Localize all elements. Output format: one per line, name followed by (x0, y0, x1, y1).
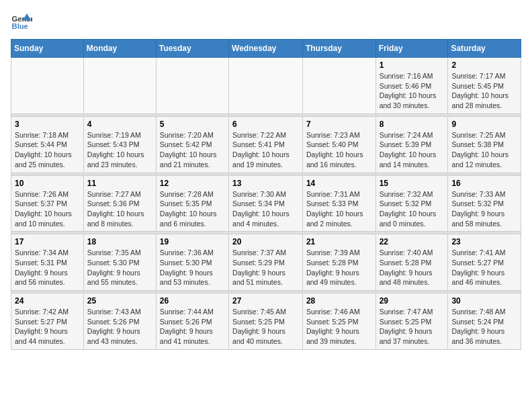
day-cell: 24Sunrise: 7:42 AM Sunset: 5:27 PM Dayli… (11, 293, 84, 350)
day-number: 24 (15, 296, 80, 306)
day-cell: 13Sunrise: 7:30 AM Sunset: 5:34 PM Dayli… (229, 175, 303, 232)
day-cell: 9Sunrise: 7:25 AM Sunset: 5:38 PM Daylig… (448, 116, 521, 173)
day-number: 29 (380, 296, 445, 306)
column-header-saturday: Saturday (448, 40, 521, 58)
day-info: Sunrise: 7:39 AM Sunset: 5:28 PM Dayligh… (306, 248, 372, 287)
day-number: 9 (451, 120, 517, 129)
day-info: Sunrise: 7:45 AM Sunset: 5:25 PM Dayligh… (232, 307, 299, 347)
day-cell: 6Sunrise: 7:22 AM Sunset: 5:41 PM Daylig… (229, 116, 303, 173)
day-number: 18 (87, 237, 152, 246)
day-info: Sunrise: 7:40 AM Sunset: 5:28 PM Dayligh… (380, 248, 445, 287)
week-row-2: 3Sunrise: 7:18 AM Sunset: 5:44 PM Daylig… (11, 116, 521, 173)
day-cell (229, 58, 303, 114)
day-cell: 20Sunrise: 7:37 AM Sunset: 5:29 PM Dayli… (229, 234, 303, 291)
day-info: Sunrise: 7:31 AM Sunset: 5:33 PM Dayligh… (306, 189, 372, 229)
day-info: Sunrise: 7:18 AM Sunset: 5:44 PM Dayligh… (15, 130, 80, 170)
day-info: Sunrise: 7:23 AM Sunset: 5:40 PM Dayligh… (306, 130, 372, 170)
day-info: Sunrise: 7:32 AM Sunset: 5:32 PM Dayligh… (380, 189, 445, 229)
day-cell: 18Sunrise: 7:35 AM Sunset: 5:30 PM Dayli… (83, 234, 156, 291)
day-number: 2 (451, 60, 517, 70)
day-cell (156, 58, 228, 114)
day-number: 27 (232, 296, 299, 306)
day-info: Sunrise: 7:47 AM Sunset: 5:25 PM Dayligh… (380, 307, 445, 347)
week-row-3: 10Sunrise: 7:26 AM Sunset: 5:37 PM Dayli… (11, 175, 521, 232)
day-cell (11, 58, 84, 114)
day-info: Sunrise: 7:25 AM Sunset: 5:38 PM Dayligh… (451, 130, 517, 170)
column-header-sunday: Sunday (11, 40, 84, 58)
week-row-5: 24Sunrise: 7:42 AM Sunset: 5:27 PM Dayli… (11, 293, 521, 350)
day-info: Sunrise: 7:19 AM Sunset: 5:43 PM Dayligh… (87, 130, 152, 170)
calendar-table: SundayMondayTuesdayWednesdayThursdayFrid… (11, 39, 521, 350)
day-cell: 19Sunrise: 7:36 AM Sunset: 5:30 PM Dayli… (156, 234, 228, 291)
day-cell (83, 58, 156, 114)
svg-text:Blue: Blue (12, 22, 28, 30)
column-header-monday: Monday (83, 40, 156, 58)
day-info: Sunrise: 7:27 AM Sunset: 5:36 PM Dayligh… (87, 189, 152, 229)
day-info: Sunrise: 7:35 AM Sunset: 5:30 PM Dayligh… (87, 248, 152, 287)
day-cell: 26Sunrise: 7:44 AM Sunset: 5:26 PM Dayli… (156, 293, 228, 350)
day-number: 14 (306, 179, 372, 188)
week-row-1: 1Sunrise: 7:16 AM Sunset: 5:46 PM Daylig… (11, 58, 521, 114)
day-cell: 17Sunrise: 7:34 AM Sunset: 5:31 PM Dayli… (11, 234, 84, 291)
day-info: Sunrise: 7:46 AM Sunset: 5:25 PM Dayligh… (306, 307, 372, 347)
day-info: Sunrise: 7:30 AM Sunset: 5:34 PM Dayligh… (232, 189, 299, 229)
logo-icon: General Blue (11, 11, 32, 32)
day-cell: 15Sunrise: 7:32 AM Sunset: 5:32 PM Dayli… (375, 175, 448, 232)
day-info: Sunrise: 7:24 AM Sunset: 5:39 PM Dayligh… (380, 130, 445, 170)
day-number: 30 (451, 296, 517, 306)
day-info: Sunrise: 7:42 AM Sunset: 5:27 PM Dayligh… (15, 307, 80, 347)
day-info: Sunrise: 7:28 AM Sunset: 5:35 PM Dayligh… (160, 189, 225, 229)
day-number: 1 (380, 60, 445, 70)
column-header-wednesday: Wednesday (229, 40, 303, 58)
day-number: 28 (306, 296, 372, 306)
day-cell: 11Sunrise: 7:27 AM Sunset: 5:36 PM Dayli… (83, 175, 156, 232)
day-number: 19 (160, 237, 225, 246)
day-number: 16 (451, 179, 517, 188)
day-number: 17 (15, 237, 80, 246)
day-cell: 21Sunrise: 7:39 AM Sunset: 5:28 PM Dayli… (302, 234, 375, 291)
day-cell: 10Sunrise: 7:26 AM Sunset: 5:37 PM Dayli… (11, 175, 84, 232)
day-info: Sunrise: 7:41 AM Sunset: 5:27 PM Dayligh… (451, 248, 517, 287)
day-number: 8 (380, 120, 445, 129)
day-number: 13 (232, 179, 299, 188)
day-info: Sunrise: 7:17 AM Sunset: 5:45 PM Dayligh… (451, 71, 517, 111)
day-number: 3 (15, 120, 80, 129)
day-cell: 7Sunrise: 7:23 AM Sunset: 5:40 PM Daylig… (302, 116, 375, 173)
day-info: Sunrise: 7:48 AM Sunset: 5:24 PM Dayligh… (451, 307, 517, 347)
day-number: 5 (160, 120, 225, 129)
day-cell: 16Sunrise: 7:33 AM Sunset: 5:32 PM Dayli… (448, 175, 521, 232)
day-number: 26 (160, 296, 225, 306)
calendar-body: 1Sunrise: 7:16 AM Sunset: 5:46 PM Daylig… (11, 58, 521, 350)
day-info: Sunrise: 7:22 AM Sunset: 5:41 PM Dayligh… (232, 130, 299, 170)
day-info: Sunrise: 7:43 AM Sunset: 5:26 PM Dayligh… (87, 307, 152, 347)
day-number: 15 (380, 179, 445, 188)
day-info: Sunrise: 7:20 AM Sunset: 5:42 PM Dayligh… (160, 130, 225, 170)
day-cell: 4Sunrise: 7:19 AM Sunset: 5:43 PM Daylig… (83, 116, 156, 173)
day-cell: 2Sunrise: 7:17 AM Sunset: 5:45 PM Daylig… (448, 58, 521, 114)
day-info: Sunrise: 7:16 AM Sunset: 5:46 PM Dayligh… (380, 71, 445, 111)
day-info: Sunrise: 7:26 AM Sunset: 5:37 PM Dayligh… (15, 189, 80, 229)
day-number: 22 (380, 237, 445, 246)
day-number: 10 (15, 179, 80, 188)
day-info: Sunrise: 7:34 AM Sunset: 5:31 PM Dayligh… (15, 248, 80, 287)
day-cell: 3Sunrise: 7:18 AM Sunset: 5:44 PM Daylig… (11, 116, 84, 173)
day-info: Sunrise: 7:36 AM Sunset: 5:30 PM Dayligh… (160, 248, 225, 287)
column-header-thursday: Thursday (302, 40, 375, 58)
header-row: SundayMondayTuesdayWednesdayThursdayFrid… (11, 40, 521, 58)
day-cell: 23Sunrise: 7:41 AM Sunset: 5:27 PM Dayli… (448, 234, 521, 291)
day-number: 7 (306, 120, 372, 129)
day-info: Sunrise: 7:37 AM Sunset: 5:29 PM Dayligh… (232, 248, 299, 287)
day-cell: 8Sunrise: 7:24 AM Sunset: 5:39 PM Daylig… (375, 116, 448, 173)
day-cell: 5Sunrise: 7:20 AM Sunset: 5:42 PM Daylig… (156, 116, 228, 173)
day-cell: 28Sunrise: 7:46 AM Sunset: 5:25 PM Dayli… (302, 293, 375, 350)
day-number: 6 (232, 120, 299, 129)
day-cell (302, 58, 375, 114)
calendar-header: SundayMondayTuesdayWednesdayThursdayFrid… (11, 40, 521, 58)
day-number: 12 (160, 179, 225, 188)
logo: General Blue (11, 11, 35, 32)
day-number: 4 (87, 120, 152, 129)
day-number: 23 (451, 237, 517, 246)
day-number: 25 (87, 296, 152, 306)
day-cell: 12Sunrise: 7:28 AM Sunset: 5:35 PM Dayli… (156, 175, 228, 232)
day-cell: 29Sunrise: 7:47 AM Sunset: 5:25 PM Dayli… (375, 293, 448, 350)
